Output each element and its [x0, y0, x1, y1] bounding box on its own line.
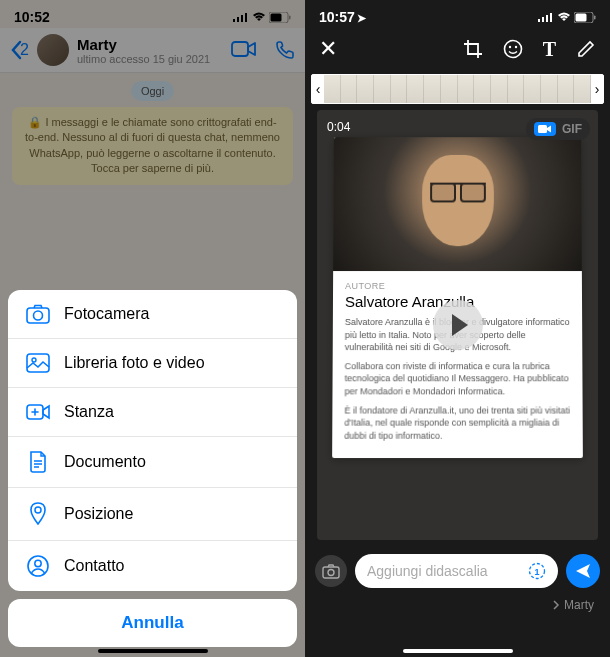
sheet-label: Posizione [64, 505, 133, 523]
view-once-icon[interactable]: 1 [528, 562, 546, 580]
chevron-right-icon [552, 600, 560, 610]
room-icon [26, 402, 50, 422]
video-preview[interactable]: 0:04 GIF AUTORE Salvatore Aranzulla Salv… [317, 110, 598, 540]
home-indicator[interactable] [98, 649, 208, 653]
sheet-item-room[interactable]: Stanza [8, 388, 297, 437]
trim-handle-left[interactable]: ‹ [312, 81, 324, 97]
svg-rect-18 [546, 15, 548, 22]
svg-text:1: 1 [534, 567, 539, 577]
video-frames[interactable] [324, 75, 591, 103]
article-paragraph: Collabora con riviste di informatica e c… [345, 360, 571, 398]
sheet-label: Stanza [64, 403, 114, 421]
text-tool-icon[interactable]: T [543, 38, 556, 61]
svg-point-24 [508, 46, 510, 48]
sheet-item-contact[interactable]: Contatto [8, 541, 297, 591]
battery-icon [574, 12, 596, 23]
contact-icon [26, 555, 50, 577]
caption-placeholder: Aggiungi didascalia [367, 563, 488, 579]
close-button[interactable]: ✕ [319, 36, 337, 62]
home-indicator[interactable] [403, 649, 513, 653]
sheet-label: Fotocamera [64, 305, 149, 323]
caption-row: Aggiungi didascalia 1 [305, 546, 610, 596]
svg-point-25 [514, 46, 516, 48]
sheet-item-document[interactable]: Documento [8, 437, 297, 488]
svg-point-11 [32, 358, 36, 362]
status-indicators [538, 12, 596, 23]
trim-handle-right[interactable]: › [591, 81, 603, 97]
article-preview: AUTORE Salvatore Aranzulla Salvatore Ara… [332, 137, 583, 458]
svg-point-23 [504, 41, 521, 58]
send-button[interactable] [566, 554, 600, 588]
author-photo [333, 137, 582, 271]
svg-rect-22 [576, 13, 587, 21]
video-trim-strip[interactable]: ‹ › [311, 74, 604, 104]
document-icon [26, 451, 50, 473]
svg-rect-19 [550, 13, 552, 22]
article-tag: AUTORE [345, 281, 570, 291]
article-paragraph: È il fondatore di Aranzulla.it, uno dei … [344, 404, 570, 442]
sheet-item-gallery[interactable]: Libreria foto e video [8, 339, 297, 388]
sheet-label: Documento [64, 453, 146, 471]
svg-rect-27 [323, 567, 339, 578]
play-icon [452, 314, 468, 336]
camera-icon [26, 304, 50, 324]
location-icon [26, 502, 50, 526]
wifi-icon [557, 12, 571, 22]
sheet-label: Contatto [64, 557, 124, 575]
editor-toolbar: ✕ T [305, 28, 610, 70]
recipient-name: Marty [564, 598, 594, 612]
sheet-item-camera[interactable]: Fotocamera [8, 290, 297, 339]
svg-rect-17 [542, 17, 544, 22]
svg-rect-16 [538, 19, 540, 22]
svg-point-9 [34, 311, 43, 320]
signal-icon [538, 12, 554, 22]
sheet-label: Libreria foto e video [64, 354, 205, 372]
status-bar: 10:57➤ [305, 0, 610, 28]
svg-rect-10 [27, 354, 49, 372]
play-button[interactable] [433, 300, 483, 350]
svg-point-28 [328, 569, 334, 575]
svg-rect-21 [594, 15, 596, 19]
attachment-sheet: Fotocamera Libreria foto e video Stanza … [8, 290, 297, 647]
svg-point-13 [35, 507, 41, 513]
status-time: 10:57➤ [319, 9, 366, 25]
draw-icon[interactable] [576, 39, 596, 59]
svg-point-15 [35, 560, 41, 566]
svg-rect-26 [538, 125, 547, 133]
caption-input[interactable]: Aggiungi didascalia 1 [355, 554, 558, 588]
whatsapp-video-editor: 10:57➤ ✕ T ‹ › 0:04 GIF [305, 0, 610, 657]
cancel-button[interactable]: Annulla [8, 599, 297, 647]
video-mode-icon [534, 122, 556, 136]
gif-toggle[interactable]: GIF [526, 118, 590, 140]
video-duration: 0:04 [327, 120, 350, 134]
whatsapp-chat-screen: 10:52 2 Marty ultimo accesso 15 giu 2021… [0, 0, 305, 657]
recipient-row[interactable]: Marty [305, 596, 610, 620]
crop-icon[interactable] [463, 39, 483, 59]
emoji-icon[interactable] [503, 39, 523, 59]
gallery-icon [26, 353, 50, 373]
gif-label: GIF [562, 122, 582, 136]
sheet-item-location[interactable]: Posizione [8, 488, 297, 541]
add-media-button[interactable] [315, 555, 347, 587]
